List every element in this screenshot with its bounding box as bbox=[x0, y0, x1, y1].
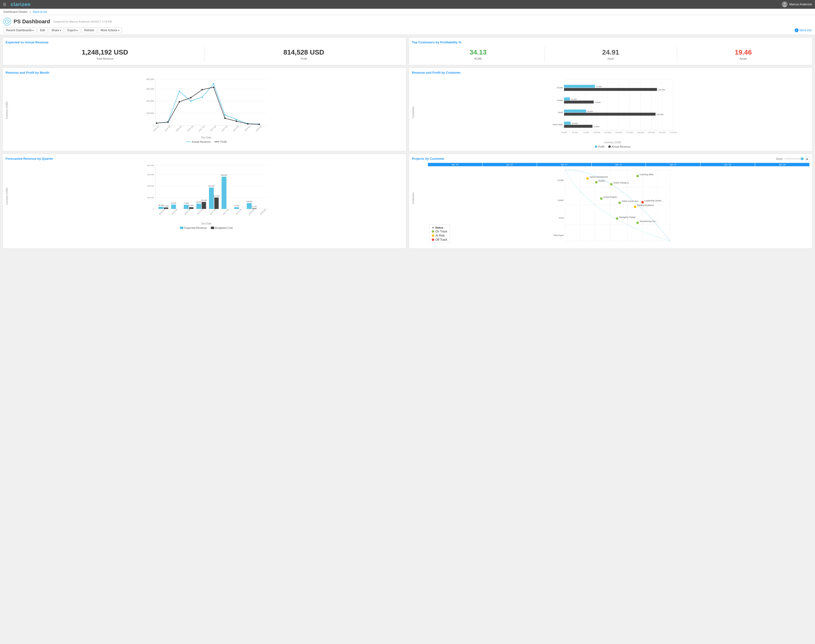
on-track-label: On Track bbox=[435, 230, 447, 233]
svg-text:300,000: 300,000 bbox=[146, 88, 154, 90]
svg-text:225,000: 225,000 bbox=[648, 131, 655, 133]
svg-rect-116 bbox=[214, 198, 219, 209]
at-risk-label: At Risk bbox=[435, 234, 444, 237]
svg-text:2018-Q2: 2018-Q2 bbox=[255, 125, 263, 132]
edit-button[interactable]: Edit bbox=[37, 28, 48, 33]
svg-point-41 bbox=[236, 120, 237, 122]
svg-point-152 bbox=[586, 177, 589, 179]
back-to-list-link[interactable]: Back to list bbox=[33, 10, 47, 14]
hooli-name: Hooli bbox=[546, 57, 675, 60]
hamburger-menu[interactable]: ☰ bbox=[3, 2, 6, 7]
profit-label: Profit bbox=[206, 57, 401, 60]
svg-text:Career Development: Career Development bbox=[590, 176, 608, 178]
svg-text:2018-Q1: 2018-Q1 bbox=[248, 209, 255, 215]
svg-rect-87 bbox=[564, 125, 593, 128]
svg-point-43 bbox=[258, 124, 260, 125]
svg-point-0 bbox=[783, 2, 786, 5]
svg-text:800,000: 800,000 bbox=[147, 164, 154, 167]
user-name: Marcus Anderson bbox=[789, 3, 812, 6]
svg-rect-73 bbox=[564, 85, 595, 88]
recent-dashboards-button[interactable]: Recent Dashboards bbox=[3, 28, 36, 33]
status-legend-toggle[interactable]: ▼ bbox=[432, 226, 434, 229]
main-content: Expected vs Actual Revenue 1,248,192 USD… bbox=[0, 35, 815, 251]
breadcrumb-bar: Dashboard Details | Back to list bbox=[0, 9, 815, 15]
svg-text:Hooli: Hooli bbox=[558, 217, 564, 219]
revenue-month-chart: 0 100,000 200,000 300,000 400,000 2016-Q… bbox=[9, 77, 403, 135]
dashboard-header: PS Dashboard Snapshot for Marcus Anderso… bbox=[0, 15, 815, 35]
svg-point-168 bbox=[616, 217, 618, 219]
status-legend-title: Status bbox=[435, 226, 443, 229]
svg-text:11,000: 11,000 bbox=[252, 206, 257, 207]
top-bar: ☰ clarizen Marcus Anderson bbox=[0, 0, 815, 9]
projects-widget: Projects by Customer Zoom ▶ Customers Q4… bbox=[409, 154, 813, 249]
svg-point-29 bbox=[213, 83, 214, 84]
profit-item: 814,528 USD Profit bbox=[204, 46, 403, 62]
svg-text:0: 0 bbox=[153, 124, 154, 127]
svg-text:2018-Q2: 2018-Q2 bbox=[260, 209, 266, 215]
svg-text:71,500: 71,500 bbox=[594, 126, 600, 128]
svg-point-35 bbox=[168, 121, 169, 123]
svg-text:ACME: ACME bbox=[557, 86, 563, 89]
svg-rect-104 bbox=[171, 205, 176, 209]
svg-text:27,200: 27,200 bbox=[163, 205, 169, 207]
zoom-control: Zoom ▶ bbox=[776, 156, 810, 161]
svg-text:100,000: 100,000 bbox=[146, 112, 154, 114]
revenue-customer-chart: 25,000 50,000 75,000 100,000 125,000 150… bbox=[416, 77, 809, 140]
legend-expected-revenue: Expected Revenue bbox=[180, 226, 207, 229]
dashboard-title: PS Dashboard bbox=[14, 18, 50, 25]
breadcrumb-current: Dashboard Details bbox=[3, 10, 28, 14]
svg-rect-106 bbox=[184, 205, 189, 209]
more-actions-button[interactable]: More Actions bbox=[98, 28, 122, 33]
zoom-slider[interactable] bbox=[784, 158, 804, 159]
refresh-button[interactable]: Refresh bbox=[81, 28, 97, 33]
svg-text:Online Career Dev...: Online Career Dev... bbox=[622, 200, 640, 202]
quarter-q1-17: Q1, 17 bbox=[483, 163, 537, 166]
svg-text:2017-Q4: 2017-Q4 bbox=[232, 125, 240, 132]
revenue-month-legend: Actual Revenue Profit bbox=[9, 140, 403, 143]
more-info-button[interactable]: i More info bbox=[795, 28, 812, 32]
svg-rect-100 bbox=[158, 207, 163, 209]
svg-text:100,000: 100,000 bbox=[593, 131, 600, 133]
export-button[interactable]: Export bbox=[65, 28, 80, 33]
svg-text:2017-Q1: 2017-Q1 bbox=[197, 209, 204, 215]
svg-text:2017-Q3: 2017-Q3 bbox=[223, 209, 229, 215]
legend-budgeted-cost: Budgeted Cost bbox=[211, 226, 233, 229]
svg-point-38 bbox=[201, 89, 203, 90]
svg-text:400,000: 400,000 bbox=[147, 185, 154, 187]
svg-text:2017-Q3: 2017-Q3 bbox=[221, 125, 228, 132]
svg-point-42 bbox=[247, 123, 249, 124]
svg-point-160 bbox=[600, 197, 603, 200]
svg-text:Revolutionary Tec...: Revolutionary Tec... bbox=[640, 220, 657, 222]
legend-actual-revenue-customer: Actual Revenue bbox=[608, 145, 630, 148]
svg-point-170 bbox=[637, 222, 639, 224]
share-button[interactable]: Share bbox=[49, 28, 64, 33]
svg-text:98,400: 98,400 bbox=[196, 201, 201, 203]
revenue-customer-widget: Revenue and Profit by Customer Customers bbox=[409, 67, 813, 151]
zoom-right-button[interactable]: ▶ bbox=[805, 156, 810, 161]
total-revenue-value: 1,248,192 USD bbox=[8, 49, 202, 56]
svg-text:Aviato: Aviato bbox=[557, 99, 563, 101]
top-customers-title: Top Customers by Profitability % bbox=[412, 40, 809, 44]
svg-text:Online Change &...: Online Change &... bbox=[614, 182, 630, 184]
svg-text:Aviato: Aviato bbox=[558, 199, 564, 201]
svg-text:2017-Q2: 2017-Q2 bbox=[210, 125, 217, 132]
forecasted-title: Forecasted Revenue by Quarter bbox=[6, 157, 403, 161]
on-track-dot bbox=[432, 230, 434, 233]
total-revenue-item: 1,248,192 USD Total Revenue bbox=[6, 46, 204, 62]
svg-text:2017-Q2: 2017-Q2 bbox=[209, 209, 217, 215]
svg-point-27 bbox=[190, 100, 192, 102]
svg-text:200,000: 200,000 bbox=[147, 196, 154, 199]
svg-text:Coaching Skills: Coaching Skills bbox=[640, 173, 653, 176]
x-axis-label-forecast: Due Date bbox=[9, 222, 403, 225]
quarter-q2-17: Q2, 17 bbox=[537, 163, 591, 166]
svg-text:14,500: 14,500 bbox=[571, 98, 577, 100]
svg-text:77,600: 77,600 bbox=[184, 202, 189, 204]
quarter-q4-16: Q4, 16 bbox=[428, 163, 482, 166]
svg-text:Leadership Develo...: Leadership Develo... bbox=[645, 200, 663, 202]
quarter-header: Q4, 16 Q1, 17 Q2, 17 Q3, 17 Q4, 17 Q1, 1… bbox=[428, 163, 809, 166]
svg-rect-114 bbox=[209, 188, 214, 209]
svg-point-34 bbox=[156, 123, 157, 124]
svg-text:38,400: 38,400 bbox=[158, 204, 164, 206]
svg-rect-108 bbox=[189, 207, 194, 209]
app-logo: clarizen bbox=[11, 2, 31, 7]
